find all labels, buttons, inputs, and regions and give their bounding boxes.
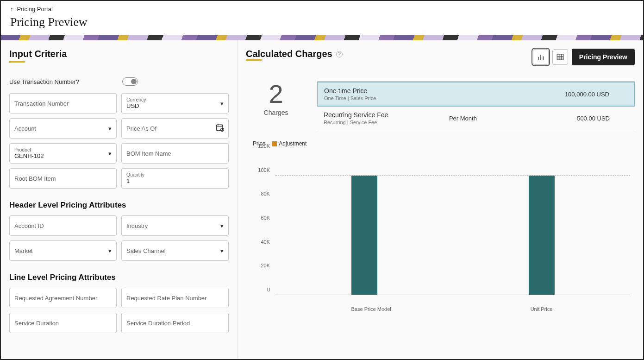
use-transaction-toggle[interactable] bbox=[122, 77, 138, 86]
chart-legend: Price Adjustment bbox=[246, 140, 635, 147]
y-tick-label: 80K bbox=[261, 191, 270, 196]
charges-table: One-time Price One Time | Sales Price 10… bbox=[317, 81, 635, 130]
x-tick-label: Base Price Model bbox=[351, 306, 377, 312]
title-underline bbox=[246, 59, 262, 61]
chevron-down-icon: ▾ bbox=[108, 247, 112, 254]
product-field[interactable]: Product GENH-102 ▾ bbox=[9, 143, 117, 164]
page-header: ↑ Pricing Portal Pricing Preview bbox=[1, 1, 643, 35]
arrow-up-icon: ↑ bbox=[10, 6, 13, 13]
page-title: Pricing Preview bbox=[10, 15, 634, 29]
service-duration-field[interactable]: Service Duration bbox=[9, 313, 117, 333]
y-tick-label: 20K bbox=[261, 263, 270, 268]
breadcrumb[interactable]: ↑ Pricing Portal bbox=[10, 6, 634, 13]
calculated-charges-title: Calculated Charges bbox=[246, 49, 332, 59]
y-tick-label: 40K bbox=[261, 239, 270, 245]
table-icon bbox=[556, 53, 564, 61]
charges-count: 2 Charges bbox=[246, 81, 306, 116]
x-tick-label: Unit Price bbox=[529, 306, 555, 312]
charge-row[interactable]: Recurring Service Fee Recurring | Servic… bbox=[317, 107, 635, 130]
svg-rect-10 bbox=[557, 54, 563, 60]
line-level-attrs-title: Line Level Pricing Attributes bbox=[9, 273, 229, 282]
charges-count-number: 2 bbox=[246, 81, 306, 107]
currency-field[interactable]: Currency USD ▾ bbox=[121, 93, 229, 114]
sales-channel-field[interactable]: Sales Channel▾ bbox=[121, 240, 229, 261]
chart-bar bbox=[351, 176, 377, 295]
reference-line bbox=[275, 175, 630, 176]
y-tick-label: 100K bbox=[258, 167, 270, 173]
input-criteria-panel: Input Criteria Use Transaction Number? T… bbox=[1, 40, 237, 360]
chevron-down-icon: ▾ bbox=[108, 150, 112, 157]
use-transaction-label: Use Transaction Number? bbox=[9, 78, 122, 85]
help-icon[interactable]: ? bbox=[336, 51, 343, 57]
input-criteria-title: Input Criteria bbox=[9, 49, 229, 59]
account-id-field[interactable]: Account ID bbox=[9, 215, 117, 236]
requested-rate-plan-field[interactable]: Requested Rate Plan Number bbox=[121, 288, 229, 308]
root-bom-item-field[interactable]: Root BOM Item bbox=[9, 168, 117, 189]
y-tick-label: 120K bbox=[258, 143, 270, 149]
chevron-down-icon: ▾ bbox=[220, 100, 224, 107]
service-duration-period-field[interactable]: Service Duration Period bbox=[121, 313, 229, 333]
chevron-down-icon: ▾ bbox=[220, 247, 224, 254]
chart-view-button[interactable] bbox=[533, 49, 549, 65]
chevron-down-icon: ▾ bbox=[108, 125, 112, 132]
calculated-charges-panel: Calculated Charges ? Pricing Preview 2 C… bbox=[237, 40, 643, 360]
requested-agreement-field[interactable]: Requested Agreement Number bbox=[9, 288, 117, 308]
pricing-preview-button[interactable]: Pricing Preview bbox=[572, 49, 635, 65]
transaction-number-field[interactable]: Transaction Number bbox=[9, 93, 117, 114]
account-field[interactable]: Account▾ bbox=[9, 118, 117, 139]
chevron-down-icon: ▾ bbox=[220, 222, 224, 229]
charge-row[interactable]: One-time Price One Time | Sales Price 10… bbox=[317, 82, 635, 107]
breadcrumb-parent: Pricing Portal bbox=[17, 6, 53, 13]
price-as-of-field[interactable]: Price As Of bbox=[121, 118, 229, 139]
bar-chart: 020K40K60K80K100K120K Base Price ModelUn… bbox=[250, 152, 635, 309]
svg-rect-0 bbox=[217, 125, 223, 131]
market-field[interactable]: Market▾ bbox=[9, 240, 117, 261]
chart-bar bbox=[529, 176, 555, 295]
calendar-icon bbox=[215, 123, 225, 134]
legend-swatch-adjustment bbox=[272, 141, 277, 146]
quantity-field[interactable]: Quantity 1 bbox=[121, 168, 229, 189]
y-tick-label: 60K bbox=[261, 215, 270, 221]
legend-swatch-price bbox=[246, 141, 251, 146]
title-underline bbox=[9, 61, 25, 63]
header-level-attrs-title: Header Level Pricing Attributes bbox=[9, 201, 229, 210]
charges-count-label: Charges bbox=[246, 109, 306, 116]
bar-chart-icon bbox=[537, 53, 545, 61]
decorative-ribbon bbox=[1, 35, 643, 40]
y-tick-label: 0 bbox=[267, 287, 270, 292]
table-view-button[interactable] bbox=[552, 49, 568, 65]
bom-item-name-field[interactable]: BOM Item Name bbox=[121, 143, 229, 164]
industry-field[interactable]: Industry▾ bbox=[121, 215, 229, 236]
